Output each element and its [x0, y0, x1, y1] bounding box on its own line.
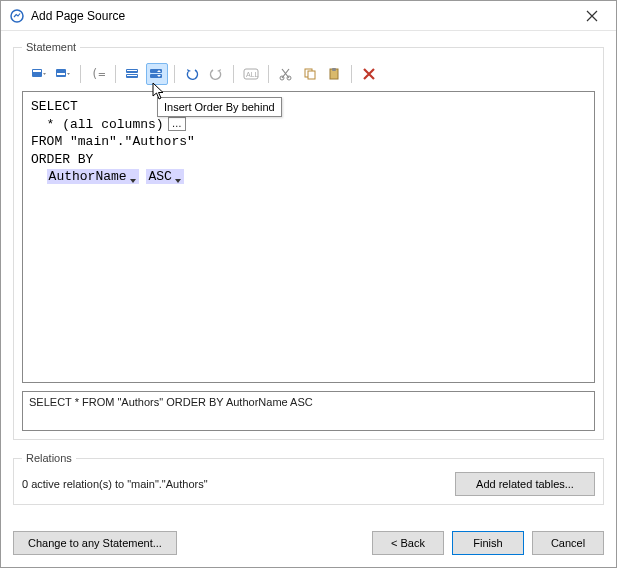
svg-rect-10 — [150, 69, 162, 73]
sql-output: SELECT * FROM "Authors" ORDER BY AuthorN… — [22, 391, 595, 431]
close-button[interactable] — [572, 2, 612, 30]
cut-icon[interactable] — [275, 63, 297, 85]
svg-rect-9 — [127, 75, 137, 76]
titlebar: Add Page Source — [1, 1, 616, 31]
tooltip: Insert Order By behind — [157, 97, 282, 117]
toolbar-separator — [174, 65, 175, 83]
paste-icon[interactable] — [323, 63, 345, 85]
columns-ellipsis-button[interactable]: … — [168, 117, 186, 131]
svg-rect-11 — [150, 74, 162, 78]
svg-rect-2 — [33, 70, 41, 72]
orderby-field-dropdown[interactable]: AuthorName — [47, 169, 139, 184]
relations-group: Relations 0 active relation(s) to "main"… — [13, 452, 604, 505]
copy-icon[interactable] — [299, 63, 321, 85]
insert-select-icon[interactable] — [28, 63, 50, 85]
svg-point-0 — [11, 10, 23, 22]
redo-icon[interactable] — [205, 63, 227, 85]
svg-rect-19 — [332, 68, 336, 71]
insert-orderby-icon[interactable] — [146, 63, 168, 85]
bracket-icon[interactable]: (=) — [87, 63, 109, 85]
add-related-tables-button[interactable]: Add related tables... — [455, 472, 595, 496]
svg-text:ALL: ALL — [246, 71, 259, 78]
relations-text: 0 active relation(s) to "main"."Authors" — [22, 478, 447, 490]
all-icon[interactable]: ALL — [240, 63, 262, 85]
orderby-direction-dropdown[interactable]: ASC — [146, 169, 183, 184]
sql-editor[interactable]: SELECT * (all columns)… FROM "main"."Aut… — [22, 91, 595, 383]
editor-line: AuthorName ASC — [31, 168, 586, 186]
editor-line: FROM "main"."Authors" — [31, 133, 586, 151]
toolbar-separator — [233, 65, 234, 83]
change-statement-button[interactable]: Change to any Statement... — [13, 531, 177, 555]
svg-rect-8 — [127, 70, 137, 71]
statement-legend: Statement — [22, 41, 80, 53]
insert-groupby-icon[interactable] — [122, 63, 144, 85]
window-title: Add Page Source — [31, 9, 572, 23]
chevron-down-icon — [174, 173, 182, 181]
toolbar-separator — [351, 65, 352, 83]
toolbar-separator — [80, 65, 81, 83]
statement-group: Statement (=) — [13, 41, 604, 440]
sql-toolbar: (=) ALL — [22, 61, 595, 91]
undo-icon[interactable] — [181, 63, 203, 85]
back-button[interactable]: < Back — [372, 531, 444, 555]
bottom-button-bar: Change to any Statement... < Back Finish… — [1, 527, 616, 565]
svg-rect-17 — [308, 71, 315, 79]
svg-rect-4 — [57, 73, 65, 75]
app-icon — [9, 8, 25, 24]
toolbar-separator — [115, 65, 116, 83]
editor-line: ORDER BY — [31, 151, 586, 169]
editor-line: SELECT — [31, 98, 586, 116]
svg-text:(=): (=) — [91, 67, 106, 81]
delete-icon[interactable] — [358, 63, 380, 85]
toolbar-separator — [268, 65, 269, 83]
finish-button[interactable]: Finish — [452, 531, 524, 555]
relations-legend: Relations — [22, 452, 76, 464]
insert-from-icon[interactable] — [52, 63, 74, 85]
cancel-button[interactable]: Cancel — [532, 531, 604, 555]
chevron-down-icon — [129, 173, 137, 181]
editor-line: * (all columns)… — [31, 116, 586, 134]
